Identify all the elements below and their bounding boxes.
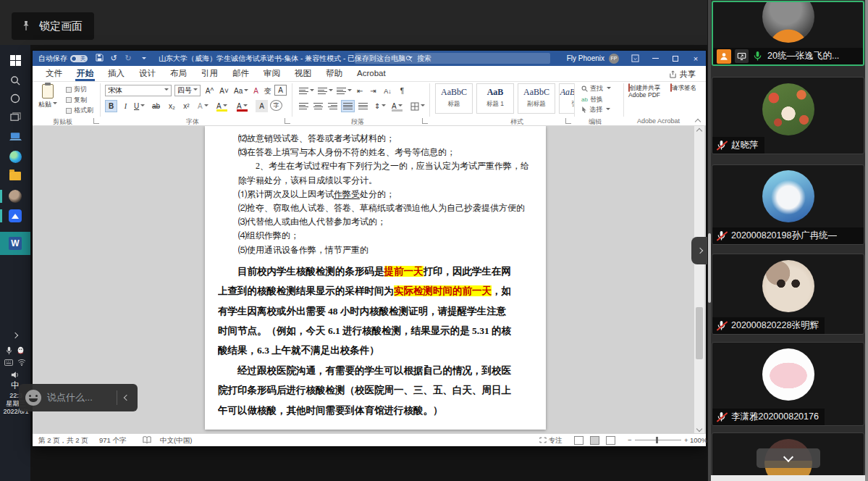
participant-tile[interactable]: 20统—张逸飞的...: [712, 1, 864, 66]
ribbon-tab[interactable]: 设计: [132, 66, 163, 81]
autosave-toggle[interactable]: 自动保存 关: [38, 54, 88, 64]
participant-tile[interactable]: 赵晓萍: [712, 77, 864, 154]
ribbon-tab[interactable]: Acrobat: [350, 66, 393, 81]
participant-tile[interactable]: [712, 432, 864, 480]
cortana-icon[interactable]: [0, 89, 30, 108]
font-size-combo[interactable]: 四号: [174, 85, 201, 96]
character-border-button[interactable]: A: [274, 85, 287, 96]
style-cell[interactable]: AaB标题 1: [476, 83, 514, 114]
multilevel-list-button[interactable]: [335, 85, 353, 97]
print-layout-button[interactable]: [590, 436, 599, 446]
enclose-characters-button[interactable]: 字: [270, 100, 282, 111]
clear-formatting-button[interactable]: A: [250, 85, 262, 97]
find-button[interactable]: 查找: [581, 84, 611, 93]
chat-input[interactable]: 说点什么...: [47, 391, 109, 404]
ribbon-tab[interactable]: 文件: [38, 66, 69, 81]
justify-button[interactable]: [341, 100, 355, 112]
highlight-color-button[interactable]: A: [215, 100, 229, 112]
minimize-button[interactable]: [645, 51, 665, 66]
participant-tile[interactable]: 李潇雅202000820176: [712, 342, 864, 426]
taskbar-search-icon[interactable]: [0, 71, 30, 90]
participant-tile[interactable]: 202000820228张明辉: [712, 254, 864, 335]
remote-app-icon[interactable]: [0, 127, 30, 146]
proofing-icon[interactable]: [143, 436, 151, 446]
italic-button[interactable]: I: [119, 100, 132, 112]
account-avatar[interactable]: FP: [609, 54, 619, 64]
scroll-more-participants-button[interactable]: [757, 448, 820, 468]
edge-browser-icon[interactable]: [0, 147, 30, 166]
font-dialog-launcher[interactable]: [285, 118, 290, 124]
page-indicator[interactable]: 第 2 页，共 2 页: [38, 436, 88, 446]
participant-tile[interactable]: 202000820198孙广冉统—: [712, 164, 864, 245]
word-count[interactable]: 971 个字: [99, 436, 127, 446]
underline-button[interactable]: U: [132, 100, 146, 112]
style-cell[interactable]: AaBbC标题: [435, 83, 473, 114]
close-button[interactable]: ×: [686, 51, 706, 66]
text-effects-button[interactable]: A: [196, 100, 210, 112]
tray-expand-chevron[interactable]: [0, 333, 30, 338]
tray-mic-icon[interactable]: [6, 346, 12, 355]
ribbon-tab[interactable]: 插入: [101, 66, 132, 81]
paste-button[interactable]: 粘贴: [38, 84, 57, 109]
decrease-indent-button[interactable]: ⇤: [354, 85, 366, 97]
tencent-meeting-icon[interactable]: [0, 206, 30, 225]
font-name-combo[interactable]: 宋体: [105, 85, 172, 96]
clipboard-dialog-launcher[interactable]: [93, 118, 99, 124]
scroll-up-icon[interactable]: [694, 126, 704, 135]
sidebar-scrollbar[interactable]: [708, 0, 711, 481]
ribbon-tab[interactable]: 引用: [194, 66, 225, 81]
scrollbar-thumb[interactable]: [696, 307, 703, 359]
ribbon-tab[interactable]: 布局: [163, 66, 194, 81]
request-signature-button[interactable]: 请求签名: [667, 84, 700, 91]
character-shading-button[interactable]: A: [256, 100, 268, 112]
ribbon-tab[interactable]: 帮助: [319, 66, 350, 81]
document-page[interactable]: ⑿故意销毁试卷、答卷或者考试材料的；⒀在答卷上填写与本人身份不符的姓名、考号等信…: [205, 126, 546, 430]
ribbon-tab[interactable]: 邮件: [225, 66, 256, 81]
align-left-button[interactable]: [298, 100, 310, 112]
subscript-button[interactable]: x₂: [166, 100, 178, 112]
save-button[interactable]: [92, 54, 106, 63]
sidebar-collapse-handle[interactable]: [691, 237, 707, 264]
shading-button[interactable]: A: [390, 100, 404, 112]
align-right-button[interactable]: [326, 100, 339, 112]
network-tray-icon[interactable]: [17, 359, 26, 366]
strikethrough-button[interactable]: ab: [150, 100, 162, 112]
align-center-button[interactable]: [312, 100, 324, 112]
zoom-level[interactable]: 100%: [690, 436, 707, 444]
zoom-out-button[interactable]: −: [628, 436, 632, 444]
zoom-slider[interactable]: [635, 440, 681, 440]
cut-button[interactable]: 剪切: [66, 85, 93, 94]
sort-button[interactable]: A↓: [382, 85, 394, 97]
scroll-down-icon[interactable]: [694, 424, 704, 433]
chat-quick-bar[interactable]: 说点什么...: [19, 384, 138, 411]
keyboard-tray-icon[interactable]: [4, 359, 13, 366]
file-explorer-icon[interactable]: [0, 167, 30, 185]
copy-button[interactable]: 复制: [66, 96, 93, 105]
create-share-pdf-button[interactable]: 创建并共享 Adobe PDF: [628, 84, 661, 99]
user-app-icon[interactable]: [0, 187, 30, 206]
numbering-button[interactable]: [316, 85, 334, 97]
task-view-icon[interactable]: [0, 107, 30, 126]
sidebar-scrollbar-thumb[interactable]: [708, 233, 711, 303]
restore-button[interactable]: [665, 51, 686, 66]
style-cell[interactable]: AaBbC副标题: [518, 83, 555, 114]
font-color-button[interactable]: A: [235, 100, 249, 112]
ribbon-tab[interactable]: 开始: [69, 66, 101, 81]
format-painter-button[interactable]: 格式刷: [66, 106, 93, 115]
superscript-button[interactable]: x²: [180, 100, 193, 112]
bullets-button[interactable]: [298, 85, 316, 97]
undo-button[interactable]: ↺: [106, 54, 121, 63]
web-layout-button[interactable]: [606, 436, 615, 446]
account-name[interactable]: Fly Phoenix: [567, 54, 604, 62]
document-scrollbar[interactable]: [694, 126, 704, 433]
ribbon-tab[interactable]: 视图: [287, 66, 319, 81]
volume-tray-icon[interactable]: [0, 371, 30, 379]
replace-button[interactable]: ab替换: [581, 95, 611, 104]
redo-button[interactable]: ↻: [121, 54, 135, 63]
show-marks-button[interactable]: ¶: [396, 85, 408, 97]
zoom-slider-thumb[interactable]: [656, 437, 658, 443]
word-app-icon[interactable]: W: [0, 232, 30, 255]
lock-view-button[interactable]: 锁定画面: [12, 12, 94, 40]
read-mode-button[interactable]: [574, 436, 583, 446]
bold-button[interactable]: B: [105, 100, 117, 112]
